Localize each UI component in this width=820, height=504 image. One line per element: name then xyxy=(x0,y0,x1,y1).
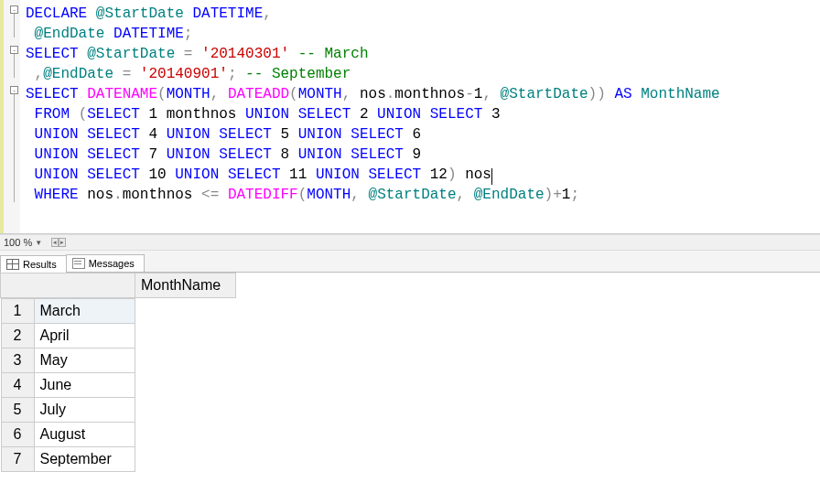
code-gutter: - - - xyxy=(0,0,20,233)
fold-toggle[interactable]: - xyxy=(10,86,18,94)
row-number[interactable]: 3 xyxy=(1,349,34,373)
chevron-down-icon[interactable]: ▼ xyxy=(35,239,42,247)
cell-monthname[interactable]: June xyxy=(34,373,135,398)
results-grid[interactable]: MonthName 1March2April3May4June5July6Aug… xyxy=(0,273,236,472)
grid-icon xyxy=(6,259,19,270)
sql-code-editor[interactable]: DECLARE @StartDate DATETIME, @EndDate DA… xyxy=(20,0,820,233)
table-row[interactable]: 6August xyxy=(1,423,135,447)
cell-monthname[interactable]: August xyxy=(34,423,135,447)
tab-messages[interactable]: Messages xyxy=(66,254,145,272)
cell-monthname[interactable]: May xyxy=(34,349,135,373)
messages-icon xyxy=(72,258,85,269)
zoom-level[interactable]: 100 % xyxy=(4,237,32,248)
cell-monthname[interactable]: April xyxy=(34,324,135,349)
cell-monthname[interactable]: July xyxy=(34,398,135,423)
table-row[interactable]: 1March xyxy=(1,299,135,324)
column-header[interactable]: MonthName xyxy=(135,273,236,298)
zoom-bar: 100 % ▼ ◂▸ xyxy=(0,234,820,251)
row-number[interactable]: 7 xyxy=(1,447,34,472)
row-header-corner[interactable] xyxy=(1,273,135,298)
cell-monthname[interactable]: September xyxy=(34,447,135,472)
tab-label: Results xyxy=(23,259,57,270)
table-row[interactable]: 2April xyxy=(1,324,135,349)
fold-toggle[interactable]: - xyxy=(10,5,18,14)
row-number[interactable]: 6 xyxy=(1,423,34,447)
row-number[interactable]: 4 xyxy=(1,373,34,398)
fold-toggle[interactable]: - xyxy=(10,46,18,54)
row-number[interactable]: 1 xyxy=(1,299,34,324)
table-row[interactable]: 4June xyxy=(1,373,135,398)
row-number[interactable]: 2 xyxy=(1,324,34,349)
table-row[interactable]: 3May xyxy=(1,349,135,373)
tab-label: Messages xyxy=(89,258,135,269)
table-row[interactable]: 7September xyxy=(1,447,135,472)
row-number[interactable]: 5 xyxy=(1,398,34,423)
table-row[interactable]: 5July xyxy=(1,398,135,423)
tab-results[interactable]: Results xyxy=(0,255,67,273)
cell-monthname[interactable]: March xyxy=(34,299,135,324)
sql-editor-pane: - - - DECLARE @StartDate DATETIME, @EndD… xyxy=(0,0,820,234)
results-tab-bar: Results Messages xyxy=(0,251,820,273)
zoom-scroll-icons[interactable]: ◂▸ xyxy=(51,238,68,247)
